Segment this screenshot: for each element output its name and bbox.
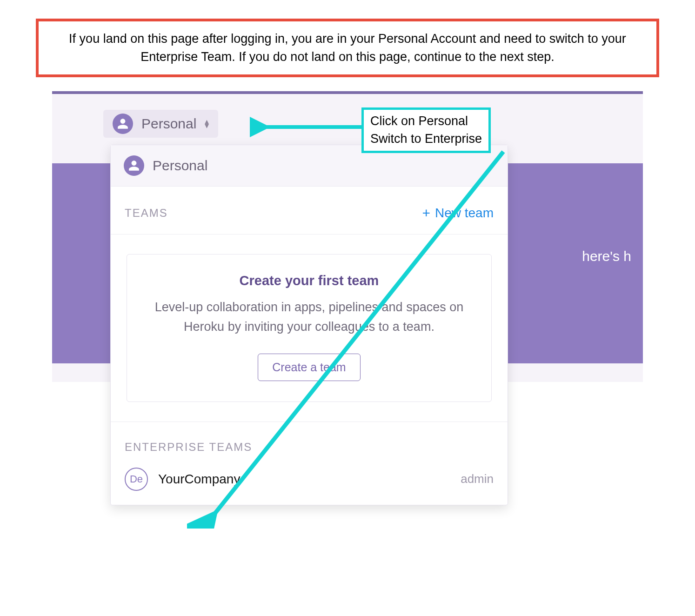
new-team-button[interactable]: + New team bbox=[422, 205, 494, 221]
truncated-banner-text: here's h bbox=[582, 248, 631, 264]
account-switcher-label: Personal bbox=[141, 116, 196, 132]
account-switcher[interactable]: Personal ▴▾ bbox=[103, 110, 218, 138]
create-team-card: Create your first team Level-up collabor… bbox=[127, 254, 492, 402]
card-title: Create your first team bbox=[146, 273, 473, 288]
chevron-up-down-icon: ▴▾ bbox=[205, 120, 209, 128]
teams-section-label: TEAMS bbox=[125, 207, 168, 220]
teams-header-row: TEAMS + New team bbox=[111, 187, 508, 234]
create-team-button[interactable]: Create a team bbox=[258, 354, 360, 381]
instruction-callout: If you land on this page after logging i… bbox=[36, 19, 659, 77]
annotation-line2: Switch to Enterprise bbox=[370, 130, 482, 148]
enterprise-section: ENTERPRISE TEAMS De YourCompany admin bbox=[111, 422, 508, 505]
annotation-tooltip: Click on Personal Switch to Enterprise bbox=[361, 107, 491, 153]
plus-icon: + bbox=[422, 205, 430, 221]
account-dropdown: Personal TEAMS + New team Create your fi… bbox=[110, 145, 508, 505]
screenshot-stage: here's h Personal ▴▾ Personal TEAMS + Ne… bbox=[52, 91, 643, 594]
new-team-label: New team bbox=[435, 206, 494, 221]
enterprise-team-item[interactable]: De YourCompany admin bbox=[125, 468, 494, 491]
team-badge-icon: De bbox=[125, 468, 148, 491]
enterprise-team-role: admin bbox=[461, 472, 494, 486]
enterprise-team-name: YourCompany bbox=[158, 472, 240, 487]
enterprise-section-label: ENTERPRISE TEAMS bbox=[125, 441, 494, 454]
person-icon bbox=[113, 114, 133, 134]
card-body: Level-up collaboration in apps, pipeline… bbox=[146, 298, 473, 337]
dropdown-personal-label: Personal bbox=[153, 158, 207, 174]
annotation-line1: Click on Personal bbox=[370, 113, 482, 130]
person-icon bbox=[124, 155, 144, 176]
